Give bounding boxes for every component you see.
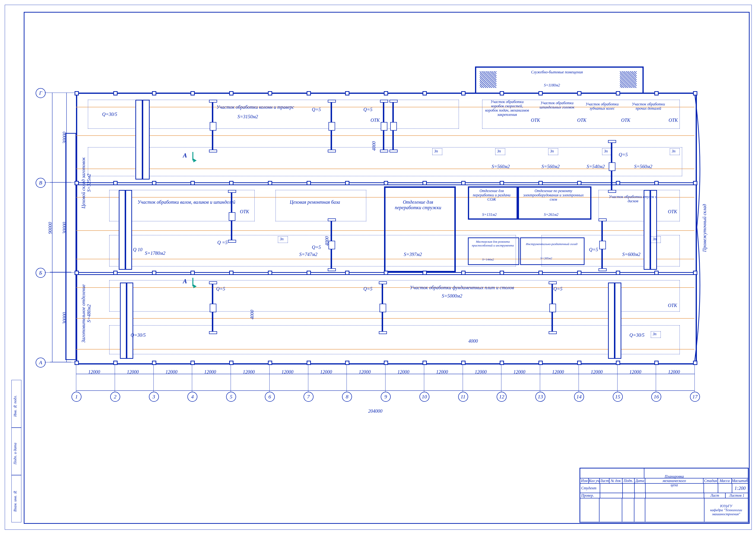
column-icon — [461, 271, 466, 275]
axis-bubble: 13 — [535, 392, 545, 402]
mass-hdr: Масса — [718, 478, 732, 483]
dim-h: 12000 — [88, 369, 100, 375]
column-icon — [74, 271, 79, 275]
annex-area: S=1180м2 — [544, 83, 560, 87]
column-icon — [538, 361, 543, 365]
room-area: S=560м2 — [542, 164, 559, 169]
side-label: Подп. и дата — [13, 435, 17, 472]
zp-label: Зп — [653, 332, 657, 336]
axis-bubble: Б — [36, 268, 45, 278]
column-icon — [422, 361, 427, 365]
crane-label: Q=30/5 — [102, 112, 117, 117]
column-icon — [422, 271, 427, 275]
room-area: S=261м2 — [544, 212, 558, 217]
column-icon — [500, 271, 504, 275]
room-label: Участок обработки валов, валиков и шпинд… — [133, 200, 240, 205]
room-area: S=3150м2 — [237, 114, 258, 120]
column-icon — [229, 91, 233, 95]
dim-h: 12000 — [436, 369, 448, 375]
column-icon — [500, 181, 504, 185]
room-area: S=560м2 — [492, 164, 510, 169]
crane-carriage — [328, 219, 335, 271]
dim-v: 30000 — [62, 123, 67, 152]
column-icon — [152, 271, 156, 275]
column-icon — [422, 181, 427, 185]
dim-h: 12000 — [166, 369, 177, 375]
left-annot-1: Цеховой склад заготовок S=325м2 — [81, 143, 92, 223]
column-icon — [191, 91, 195, 95]
column-icon — [384, 91, 388, 95]
axis-bubble: 14 — [574, 392, 584, 402]
row-student: Студент — [580, 483, 600, 493]
column-icon — [74, 181, 79, 185]
room-tool-store — [520, 237, 584, 265]
room-area: S=747м2 — [299, 252, 317, 257]
section-arrow-icon — [193, 159, 197, 162]
axis-bubble: А — [36, 358, 45, 367]
column-icon — [461, 361, 466, 365]
left-annot-2: Заготовительное отделение S=480м2 — [81, 268, 92, 359]
hdr: № док — [609, 478, 622, 483]
side-label: Взам. инв. № — [13, 482, 17, 520]
column-icon — [654, 361, 659, 365]
room-label: Участок обработки коробок скоростей, кор… — [485, 100, 530, 117]
side-div — [12, 427, 21, 428]
side-label: Инв. № подл. — [13, 387, 17, 425]
room-area: S=1780м2 — [145, 251, 165, 256]
room-area: S=131м2 — [482, 212, 497, 217]
zp-label: Зп — [497, 149, 501, 153]
axis-bubble: Г — [36, 88, 45, 98]
column-icon — [113, 361, 118, 365]
dim-pass: 4000 — [468, 338, 478, 344]
scale-val: 1:200 — [732, 483, 748, 493]
title-block: Изм Кол уч Лист № док Подп. Дата Планиро… — [580, 468, 749, 523]
column-icon — [384, 271, 388, 275]
otk-label: ОТК — [577, 118, 586, 123]
scale-hdr: Масштаб — [732, 478, 748, 483]
crane-label: Q =5 — [217, 240, 228, 245]
column-icon — [113, 271, 118, 275]
drawing-title: Планировка механического цеха — [645, 478, 703, 483]
section-arrow-icon — [193, 284, 197, 288]
section-mark: А — [183, 152, 187, 159]
column-icon — [693, 271, 697, 275]
room-label: Участок обработки прочих деталей — [630, 102, 667, 111]
column-icon — [384, 181, 388, 185]
crane — [135, 100, 149, 179]
dim-h: 12000 — [514, 369, 526, 375]
zone — [276, 190, 366, 221]
column-icon — [538, 271, 543, 275]
column-icon — [577, 271, 581, 275]
org: ЮУрГУ кафедра "Технологии машиностроения… — [704, 498, 748, 522]
crane-label: Q=5 — [589, 247, 598, 253]
dim-h: 12000 — [204, 369, 216, 375]
crane-label: Q=30/5 — [131, 333, 146, 338]
dim-h: 12000 — [668, 369, 680, 375]
column-icon — [654, 181, 659, 185]
room-label: Цеховая ремонтная база — [290, 200, 340, 205]
crane-carriage — [328, 100, 335, 152]
otk-label: ОТК — [668, 209, 677, 214]
axis-bubble: 5 — [226, 392, 236, 402]
dim-pass: 4000 — [249, 304, 255, 325]
column-icon — [538, 91, 543, 95]
column-icon — [500, 91, 504, 95]
room-label: Отделение для переработки и раздачи СОЖ — [470, 189, 513, 201]
crane-carriage — [379, 281, 386, 334]
zone — [109, 325, 680, 354]
column-icon — [461, 181, 466, 185]
zp-label: Зп — [550, 149, 554, 153]
hdr: Изм — [580, 478, 588, 483]
column-icon — [268, 181, 272, 185]
column-icon — [307, 91, 311, 95]
column-icon — [616, 361, 620, 365]
column-icon — [616, 181, 620, 185]
otk-label: ОТК — [621, 118, 630, 123]
crane-label: Q=5 — [619, 152, 628, 157]
column-icon — [229, 271, 233, 275]
dim-h: 12000 — [282, 369, 293, 375]
column-icon — [74, 91, 79, 95]
hdr: Подп. — [622, 478, 634, 483]
column-icon — [268, 271, 272, 275]
dim-pass: 4000 — [371, 135, 377, 157]
